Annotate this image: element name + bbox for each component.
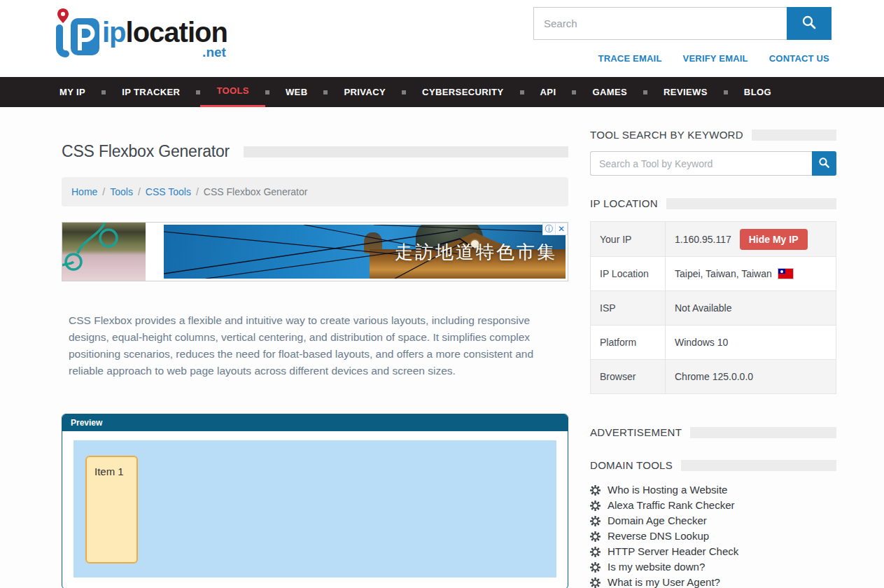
table-row-your-ip: Your IP 1.160.95.117 Hide My IP [591, 222, 836, 256]
flex-preview-item[interactable]: Item 1 [85, 456, 138, 564]
domain-tool-link[interactable]: Domain Age Checker [590, 513, 836, 528]
row-value: 1.160.95.117 Hide My IP [666, 229, 836, 250]
tool-search-input[interactable] [590, 151, 812, 176]
gear-icon [590, 531, 601, 542]
main-nav: MY IP IP TRACKER TOOLS WEB PRIVACY CYBER… [0, 77, 884, 107]
taiwan-flag-icon [778, 269, 793, 279]
header-search-input[interactable] [533, 7, 787, 40]
title-row: CSS Flexbox Generator [62, 142, 568, 161]
header-search-button[interactable] [787, 7, 832, 40]
header-search [533, 7, 832, 40]
ad-badges: ⓘ ✕ [542, 223, 568, 235]
ip-location-heading-text: IP LOCATION [590, 197, 658, 209]
nav-item-privacy[interactable]: PRIVACY [328, 77, 402, 107]
advertisement-heading: ADVERTISEMENT [590, 426, 836, 438]
gear-icon [590, 578, 601, 588]
intro-paragraph: CSS Flexbox provides a flexible and intu… [69, 312, 559, 379]
nav-item-web[interactable]: WEB [269, 77, 324, 107]
preview-panel: Preview Item 1 [62, 414, 568, 588]
row-value: Not Available [666, 302, 836, 314]
domain-tool-label: Alexa Traffic Rank Checker [608, 498, 734, 513]
adchoices-icon[interactable]: ⓘ [543, 223, 555, 234]
heading-decoration-bar [681, 460, 836, 471]
heading-decoration-bar [666, 198, 836, 209]
nav-item-cybersecurity[interactable]: CYBERSECURITY [406, 77, 519, 107]
nav-item-api[interactable]: API [524, 77, 573, 107]
ip-address: 1.160.95.117 [675, 234, 731, 245]
tool-search-button[interactable] [812, 151, 836, 176]
domain-tools-list: Who is Hosting a Website Alexa Traffic R… [590, 482, 836, 588]
heading-decoration-bar [690, 427, 836, 438]
domain-tool-link[interactable]: Alexa Traffic Rank Checker [590, 498, 836, 513]
domain-tool-link[interactable]: Reverse DNS Lookup [590, 528, 836, 544]
row-label: Your IP [591, 222, 666, 256]
ad-close-icon[interactable]: ✕ [555, 223, 567, 234]
row-label: ISP [591, 291, 666, 325]
nav-item-reviews[interactable]: REVIEWS [647, 77, 724, 107]
search-icon [801, 15, 817, 32]
domain-tools-heading-text: DOMAIN TOOLS [590, 459, 673, 471]
title-decoration-bar [244, 146, 568, 158]
header-links: TRACE EMAIL VERIFY EMAIL CONTACT US [598, 53, 829, 64]
nav-item-games[interactable]: GAMES [576, 77, 643, 107]
gear-icon [590, 500, 601, 511]
row-value: Windows 10 [666, 337, 836, 348]
main-column: CSS Flexbox Generator Home/Tools/CSS Too… [62, 107, 568, 588]
nav-item-my-ip[interactable]: MY IP [43, 77, 101, 107]
page-title: CSS Flexbox Generator [62, 142, 230, 161]
domain-tool-label: HTTP Server Header Check [608, 544, 738, 559]
row-value: Chrome 125.0.0.0 [666, 371, 836, 382]
ad-left-image [62, 223, 146, 281]
breadcrumb-css-tools[interactable]: CSS Tools [146, 186, 191, 197]
logo-icon [53, 8, 99, 59]
nav-item-ip-tracker[interactable]: IP TRACKER [106, 77, 196, 107]
hide-my-ip-button[interactable]: Hide My IP [740, 229, 808, 250]
trace-email-link[interactable]: TRACE EMAIL [598, 53, 662, 64]
ad-main-image: 走訪地道特色市集 [164, 225, 566, 279]
row-label: Browser [591, 360, 666, 393]
domain-tool-label: Is my website down? [608, 559, 705, 575]
verify-email-link[interactable]: VERIFY EMAIL [683, 53, 748, 64]
tool-search-heading-text: TOOL SEARCH BY KEYWORD [590, 129, 743, 141]
logo-ip: ip [102, 17, 126, 48]
preview-panel-header: Preview [62, 414, 568, 431]
domain-tool-label: Domain Age Checker [608, 513, 707, 528]
site-logo[interactable]: iplocation .net [53, 8, 227, 59]
domain-tool-label: Reverse DNS Lookup [608, 528, 709, 544]
row-label: IP Location [591, 257, 666, 290]
flex-preview-container: Item 1 [73, 440, 556, 578]
advertisement-heading-text: ADVERTISEMENT [590, 426, 682, 438]
breadcrumb-separator: / [196, 186, 199, 197]
ad-banner[interactable]: 走訪地道特色市集 ⓘ ✕ [62, 222, 568, 281]
table-row-isp: ISP Not Available [591, 290, 836, 325]
content: CSS Flexbox Generator Home/Tools/CSS Too… [62, 107, 836, 588]
domain-tools-heading: DOMAIN TOOLS [590, 459, 836, 471]
ip-location-heading: IP LOCATION [590, 197, 836, 209]
breadcrumb-tools[interactable]: Tools [110, 186, 133, 197]
table-row-platform: Platform Windows 10 [591, 325, 836, 359]
domain-tool-label: What is my User Agent? [608, 575, 720, 588]
ad-caption: 走訪地道特色市集 [395, 239, 557, 264]
table-row-browser: Browser Chrome 125.0.0.0 [591, 359, 836, 393]
domain-tool-link[interactable]: Is my website down? [590, 559, 836, 575]
ip-info-table: Your IP 1.160.95.117 Hide My IP IP Locat… [590, 221, 836, 394]
row-label: Platform [591, 326, 666, 359]
tool-search-heading: TOOL SEARCH BY KEYWORD [590, 129, 836, 141]
nav-item-blog[interactable]: BLOG [728, 77, 787, 107]
logo-tld: .net [202, 46, 226, 59]
site-header: iplocation .net TRACE EMAIL VERIFY EMAIL… [0, 0, 884, 77]
breadcrumb-home[interactable]: Home [71, 186, 97, 197]
logo-text: iplocation .net [102, 18, 227, 46]
domain-tool-link[interactable]: What is my User Agent? [590, 575, 836, 588]
domain-tool-link[interactable]: Who is Hosting a Website [590, 482, 836, 498]
domain-tool-label: Who is Hosting a Website [608, 482, 727, 498]
breadcrumb-current: CSS Flexbox Generator [204, 186, 308, 197]
gear-icon [590, 485, 601, 496]
search-icon [818, 157, 830, 171]
contact-us-link[interactable]: CONTACT US [769, 53, 829, 64]
tool-search [590, 151, 836, 176]
sidebar: TOOL SEARCH BY KEYWORD IP LOCATION Your … [590, 107, 836, 588]
domain-tool-link[interactable]: HTTP Server Header Check [590, 544, 836, 559]
nav-item-tools[interactable]: TOOLS [200, 77, 265, 107]
breadcrumb-separator: / [138, 186, 141, 197]
